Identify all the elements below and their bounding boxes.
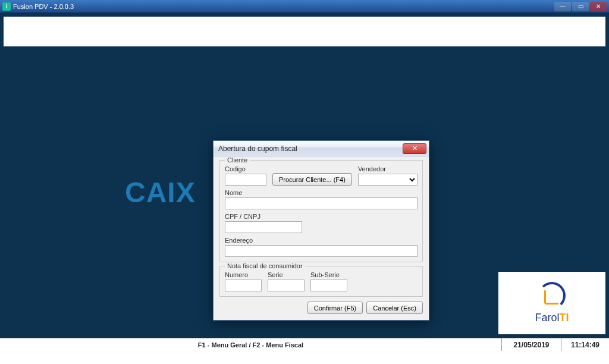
dialog-titlebar[interactable]: Abertura do cupom fiscal ✕ xyxy=(214,141,429,156)
maximize-button[interactable]: ▭ xyxy=(572,2,589,11)
cpf-input[interactable] xyxy=(225,221,302,233)
nota-fiscal-fieldset: Nota fiscal de consumidor Numero Serie xyxy=(219,266,423,297)
numero-input[interactable] xyxy=(225,280,262,291)
dialog-close-button[interactable]: ✕ xyxy=(403,143,426,154)
top-header-band xyxy=(4,17,605,46)
brand-logo-box: FarolTI xyxy=(498,272,605,334)
caixa-background-text: CAIX xyxy=(125,176,196,209)
endereco-input[interactable] xyxy=(225,245,417,257)
cpf-label: CPF / CNPJ xyxy=(225,213,302,220)
dialog-title: Abertura do cupom fiscal xyxy=(218,145,297,153)
subserie-input[interactable] xyxy=(310,280,347,291)
cliente-legend: Cliente xyxy=(225,156,250,164)
numero-label: Numero xyxy=(225,271,262,278)
brand-logo-icon xyxy=(538,282,566,309)
codigo-label: Codigo xyxy=(225,165,266,172)
status-menus: F1 - Menu Geral / F2 - Menu Fiscal xyxy=(0,338,502,351)
serie-label: Serie xyxy=(268,271,304,278)
status-time: 11:14:49 xyxy=(561,338,609,351)
main-area: CAIX Abertura do cupom fiscal ✕ Cliente … xyxy=(0,46,609,338)
vendedor-label: Vendedor xyxy=(358,165,417,172)
brand-logo-text: FarolTI xyxy=(535,312,569,324)
cancelar-button[interactable]: Cancelar (Esc) xyxy=(366,302,423,314)
confirmar-button[interactable]: Confirmar (F5) xyxy=(307,302,363,314)
nome-label: Nome xyxy=(225,189,417,196)
procurar-cliente-button[interactable]: Procurar Cliente... (F4) xyxy=(272,173,352,186)
vendedor-select[interactable] xyxy=(358,174,417,186)
codigo-input[interactable] xyxy=(225,174,266,186)
serie-input[interactable] xyxy=(268,280,304,291)
window-controls: — ▭ ✕ xyxy=(554,2,607,11)
subserie-label: Sub-Serie xyxy=(310,271,347,278)
abertura-cupom-dialog: Abertura do cupom fiscal ✕ Cliente Codig… xyxy=(213,140,429,321)
cliente-fieldset: Cliente Codigo Procurar Cliente... (F4) xyxy=(219,160,423,262)
nome-input[interactable] xyxy=(225,197,417,209)
app-icon: i xyxy=(2,2,11,11)
endereco-label: Endereço xyxy=(225,237,417,244)
window-title: Fusion PDV - 2.0.0.3 xyxy=(13,3,74,10)
status-date: 21/05/2019 xyxy=(502,338,561,351)
os-titlebar: i Fusion PDV - 2.0.0.3 — ▭ ✕ xyxy=(0,0,609,13)
nota-fiscal-legend: Nota fiscal de consumidor xyxy=(225,262,305,269)
minimize-button[interactable]: — xyxy=(554,2,571,11)
app-body: CAIX Abertura do cupom fiscal ✕ Cliente … xyxy=(0,13,609,351)
statusbar: F1 - Menu Geral / F2 - Menu Fiscal 21/05… xyxy=(0,338,609,351)
close-window-button[interactable]: ✕ xyxy=(590,2,607,11)
